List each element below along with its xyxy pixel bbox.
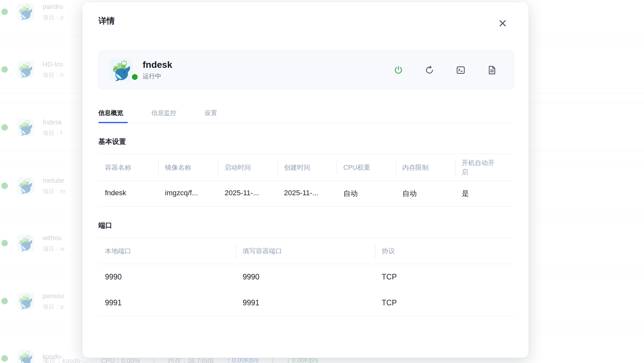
- col-image-name: 镜像名称: [158, 163, 218, 172]
- cell-local-port: 9991: [98, 290, 236, 316]
- col-container-name: 容器名称: [98, 163, 158, 172]
- container-name: fndesk: [143, 60, 172, 70]
- container-name: metube: [43, 177, 65, 184]
- col-protocol: 协议: [375, 246, 514, 256]
- project-label: 项目：koodo-...: [43, 356, 88, 363]
- basic-settings-table: 容器名称 镜像名称 启动时间 创建时间 CPU权重 内存限制 开机自动开启 fn…: [98, 154, 514, 207]
- running-status-dot: [1, 66, 8, 73]
- close-button[interactable]: [498, 18, 508, 28]
- container-app-icon: [16, 3, 35, 21]
- terminal-icon: [456, 65, 466, 75]
- container-project: 项目：h: [43, 72, 64, 78]
- cell-autostart: 是: [455, 181, 514, 206]
- col-create-time: 创建时间: [277, 163, 337, 172]
- tab-info-overview[interactable]: 信息概览: [98, 109, 128, 123]
- container-app-icon: [16, 177, 35, 195]
- container-app-icon: [109, 58, 133, 82]
- container-name: fndesk: [43, 119, 62, 126]
- log-button[interactable]: [487, 65, 497, 75]
- cell-mem-limit: 自动: [396, 181, 455, 206]
- running-status-dot: [1, 182, 8, 189]
- tab-label: 设置: [205, 109, 217, 116]
- container-name: pansou: [43, 292, 64, 299]
- container-project: 项目：w: [43, 245, 65, 252]
- cell-protocol: TCP: [375, 264, 514, 290]
- tab-label: 信息概览: [98, 109, 123, 116]
- details-modal: 详情 fndesk 运行中: [82, 2, 529, 358]
- container-app-icon: [16, 292, 35, 310]
- tab-info-monitor[interactable]: 信息监控: [151, 109, 181, 123]
- cell-image-name: imgzcq/f...: [158, 181, 218, 206]
- terminal-button[interactable]: [456, 65, 466, 75]
- table-row: 9990 9990 TCP: [98, 264, 514, 290]
- table-header-row: 本地端口 填写容器端口 协议: [98, 238, 514, 264]
- tab-label: 信息监控: [151, 109, 176, 116]
- cell-local-port: 9990: [98, 264, 236, 290]
- container-app-icon: [16, 118, 35, 137]
- active-tab-underline: [98, 122, 128, 123]
- power-button[interactable]: [393, 65, 403, 75]
- restart-button[interactable]: [425, 65, 434, 75]
- container-status: 运行中: [143, 72, 172, 80]
- container-name: withou: [43, 234, 65, 241]
- col-autostart: 开机自动开启: [455, 158, 514, 177]
- cell-cpu-weight: 自动: [337, 181, 396, 206]
- cell-create-time: 2025-11-...: [277, 181, 337, 206]
- card-actions: [393, 65, 497, 75]
- section-title-ports: 端口: [98, 220, 514, 230]
- container-project: 项目：f: [43, 130, 62, 136]
- container-app-icon: [16, 349, 35, 363]
- col-container-port: 填写容器端口: [236, 246, 375, 256]
- running-status-dot: [1, 240, 8, 246]
- container-project: 项目：p: [43, 14, 64, 21]
- table-header-row: 容器名称 镜像名称 启动时间 创建时间 CPU权重 内存限制 开机自动开启: [98, 154, 514, 181]
- container-project: 项目：p: [43, 303, 64, 310]
- log-file-icon: [487, 65, 497, 75]
- container-name: HD-Ico: [43, 61, 64, 68]
- app-summary-card: fndesk 运行中: [98, 51, 514, 89]
- tab-bar: 信息概览 信息监控 设置: [98, 109, 514, 123]
- cell-start-time: 2025-11-...: [218, 181, 277, 206]
- container-name: pairdro: [43, 3, 64, 10]
- section-title-basic: 基本设置: [98, 137, 514, 146]
- restart-icon: [425, 65, 434, 75]
- container-app-icon: [16, 60, 35, 79]
- col-mem-limit: 内存限制: [396, 163, 455, 172]
- running-status-badge: [130, 72, 139, 82]
- app-icon-wrap: [109, 58, 133, 82]
- container-app-icon: [16, 234, 35, 252]
- close-icon: [498, 18, 508, 28]
- cell-container-port: 9990: [236, 264, 375, 290]
- running-status-dot: [1, 355, 8, 362]
- tab-settings[interactable]: 设置: [205, 109, 222, 123]
- running-status-dot: [1, 9, 8, 15]
- power-icon: [393, 65, 403, 75]
- modal-title: 详情: [98, 15, 514, 26]
- cell-container-name: fndesk: [98, 181, 158, 206]
- col-start-time: 启动时间: [218, 163, 277, 172]
- col-local-port: 本地端口: [98, 246, 236, 256]
- table-row: 9991 9991 TCP: [98, 290, 514, 316]
- col-cpu-weight: CPU权重: [337, 163, 396, 172]
- running-status-dot: [1, 298, 8, 304]
- cell-protocol: TCP: [375, 290, 514, 316]
- running-status-dot: [1, 124, 8, 131]
- cell-container-port: 9991: [236, 290, 375, 316]
- table-row: fndesk imgzcq/f... 2025-11-... 2025-11-.…: [98, 181, 514, 207]
- ports-table: 本地端口 填写容器端口 协议 9990 9990 TCP 9991 9991 T…: [98, 238, 514, 316]
- port-rows: 9990 9990 TCP 9991 9991 TCP: [98, 264, 514, 316]
- container-project: 项目：m: [43, 188, 65, 195]
